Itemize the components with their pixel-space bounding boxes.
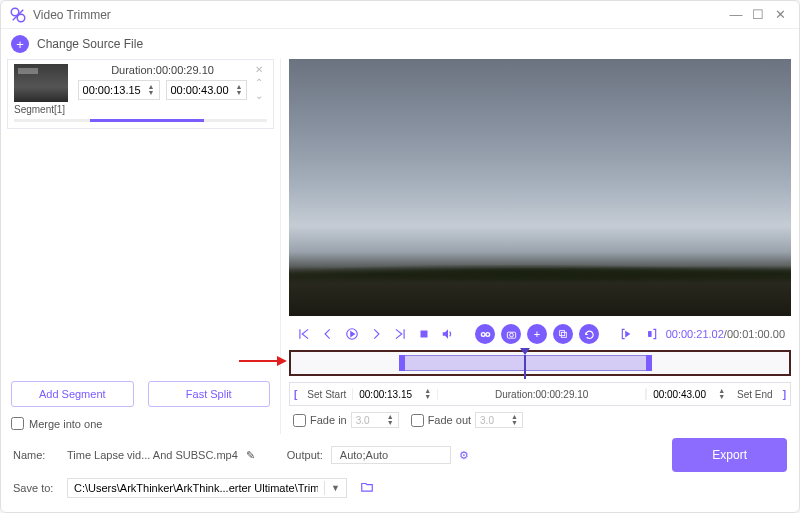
app-window: Video Trimmer — ☐ ✕ + Change Source File… — [0, 0, 800, 513]
save-path-input[interactable]: ▼ — [67, 478, 347, 498]
fade-out-checkbox[interactable] — [411, 414, 424, 427]
next-frame-icon[interactable] — [367, 325, 385, 343]
effect-button-1[interactable] — [475, 324, 495, 344]
total-time: /00:01:00.00 — [724, 328, 785, 340]
mark-out-icon[interactable] — [642, 325, 660, 343]
svg-point-10 — [485, 332, 489, 336]
output-value[interactable]: Auto;Auto — [331, 446, 451, 464]
stepper-icon[interactable]: ▲▼ — [387, 414, 394, 426]
fade-in-input[interactable]: ▲▼ — [351, 412, 399, 428]
svg-rect-14 — [561, 332, 566, 337]
fade-out-label: Fade out — [428, 414, 471, 426]
add-button[interactable]: + — [527, 324, 547, 344]
set-end-button[interactable]: Set End — [731, 389, 779, 400]
settings-icon[interactable]: ⚙ — [459, 449, 469, 462]
segment-down-icon[interactable]: ⌄ — [255, 90, 263, 101]
segment-thumbnail[interactable] — [14, 64, 68, 102]
svg-point-9 — [481, 332, 485, 336]
copy-button[interactable] — [553, 324, 573, 344]
add-source-button[interactable]: + — [11, 35, 29, 53]
playhead-marker[interactable] — [520, 348, 530, 355]
play-icon[interactable] — [343, 325, 361, 343]
stop-icon[interactable] — [415, 325, 433, 343]
path-dropdown-icon[interactable]: ▼ — [324, 481, 346, 495]
mark-in-icon[interactable] — [618, 325, 636, 343]
reset-button[interactable] — [579, 324, 599, 344]
stepper-icon[interactable]: ▲▼ — [148, 84, 155, 96]
change-source-label[interactable]: Change Source File — [37, 37, 143, 51]
output-label: Output: — [287, 449, 323, 461]
svg-marker-8 — [443, 329, 448, 338]
segment-start-input[interactable]: ▲▼ — [78, 80, 160, 100]
main-area: Duration:00:00:29.10 ▲▼ ▲▼ — [1, 59, 799, 434]
trim-settings-row: [ Set Start ▲▼ Duration:00:00:29.10 ▲▼ S… — [289, 382, 791, 406]
set-start-button[interactable]: Set Start — [301, 389, 352, 400]
stepper-icon[interactable]: ▲▼ — [424, 388, 431, 400]
bracket-open-icon: [ — [290, 389, 301, 400]
export-button[interactable]: Export — [672, 438, 787, 472]
fade-row: Fade in ▲▼ Fade out ▲▼ — [289, 406, 791, 434]
segment-end-input[interactable]: ▲▼ — [166, 80, 248, 100]
skip-start-icon[interactable] — [295, 325, 313, 343]
current-time: 00:00:21.02 — [666, 328, 724, 340]
volume-icon[interactable] — [439, 325, 457, 343]
fade-in-checkbox[interactable] — [293, 414, 306, 427]
skip-end-icon[interactable] — [391, 325, 409, 343]
segment-mini-timeline[interactable] — [14, 119, 267, 122]
segment-up-icon[interactable]: ⌃ — [255, 77, 263, 88]
svg-rect-7 — [421, 331, 428, 338]
close-button[interactable]: ✕ — [769, 4, 791, 26]
video-preview[interactable] — [289, 59, 791, 316]
app-logo-icon — [9, 6, 27, 24]
svg-rect-16 — [648, 332, 650, 337]
bottom-bar: Name: Time Lapse vid... And SUBSC.mp4 ✎ … — [1, 434, 799, 512]
fast-split-button[interactable]: Fast Split — [148, 381, 271, 407]
prev-frame-icon[interactable] — [319, 325, 337, 343]
saveto-label: Save to: — [13, 482, 59, 494]
svg-marker-15 — [626, 332, 630, 337]
name-label: Name: — [13, 449, 59, 461]
open-folder-icon[interactable] — [359, 480, 375, 496]
timeline-slider[interactable] — [289, 350, 791, 376]
segment-duration-label: Duration:00:00:29.10 — [111, 64, 214, 76]
titlebar: Video Trimmer — ☐ ✕ — [1, 1, 799, 29]
window-title: Video Trimmer — [33, 8, 725, 22]
stepper-icon[interactable]: ▲▼ — [718, 388, 725, 400]
svg-rect-13 — [560, 331, 565, 336]
snapshot-button[interactable] — [501, 324, 521, 344]
maximize-button[interactable]: ☐ — [747, 4, 769, 26]
playback-controls: + 00:00:21.02/00:01:00.00 — [289, 320, 791, 348]
add-segment-button[interactable]: Add Segment — [11, 381, 134, 407]
duration-display: Duration:00:00:29.10 — [437, 389, 646, 400]
right-panel: + 00:00:21.02/00:01:00.00 [ Set — [281, 59, 799, 434]
svg-marker-5 — [351, 332, 355, 337]
fade-in-label: Fade in — [310, 414, 347, 426]
edit-name-icon[interactable]: ✎ — [246, 449, 255, 462]
svg-point-12 — [509, 333, 513, 337]
filename-text: Time Lapse vid... And SUBSC.mp4 — [67, 449, 238, 461]
segment-panel[interactable]: Duration:00:00:29.10 ▲▼ ▲▼ — [7, 59, 274, 129]
segment-close-icon[interactable]: ✕ — [255, 64, 263, 75]
svg-marker-18 — [277, 356, 287, 366]
end-time-input[interactable]: ▲▼ — [646, 388, 731, 400]
annotation-arrow-icon — [239, 352, 287, 370]
merge-checkbox[interactable] — [11, 417, 24, 430]
merge-label: Merge into one — [29, 418, 102, 430]
segment-name-label: Segment[1] — [14, 104, 267, 115]
left-panel: Duration:00:00:29.10 ▲▼ ▲▼ — [1, 59, 281, 434]
header: + Change Source File — [1, 29, 799, 59]
start-time-input[interactable]: ▲▼ — [352, 388, 437, 400]
stepper-icon[interactable]: ▲▼ — [236, 84, 243, 96]
bracket-close-icon: ] — [779, 389, 790, 400]
minimize-button[interactable]: — — [725, 4, 747, 26]
stepper-icon[interactable]: ▲▼ — [511, 414, 518, 426]
fade-out-input[interactable]: ▲▼ — [475, 412, 523, 428]
